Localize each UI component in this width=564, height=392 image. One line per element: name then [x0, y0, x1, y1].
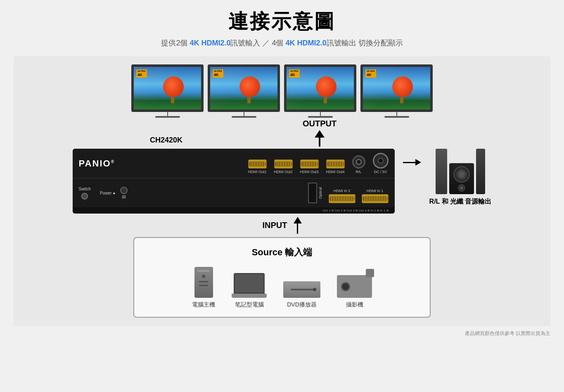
tv-row: ULTRA4K ULTRA4K	[26, 64, 538, 118]
page-container: 連接示意圖 提供2個 4K HDMI2.0訊號輸入 ／ 4個 4K HDMI2.…	[14, 8, 550, 337]
dc-inner	[378, 158, 384, 164]
hdmi-out2-port: HDMI Out2	[274, 159, 293, 174]
subwoofer-cone-large	[453, 166, 470, 183]
hdmi-out1-connector	[248, 159, 267, 169]
laptop-screen	[234, 273, 265, 294]
dc-port: DC / 5V	[373, 153, 389, 174]
hdmi-out4-connector	[326, 159, 345, 169]
tower-slot-2	[199, 285, 208, 286]
device-box: PANIO® HDMI Out1 HDMI Out2	[73, 149, 395, 214]
input-label: INPUT	[263, 221, 287, 230]
hdmi-in1-label-top: HDMI In 1	[367, 189, 384, 193]
hdmi-out3-port: HDMI Out3	[300, 159, 319, 174]
hdmi-out1-port: HDMI Out1	[248, 159, 267, 174]
device-top: PANIO® HDMI Out1 HDMI Out2	[73, 149, 395, 178]
ir-section: IR	[120, 187, 128, 200]
tv-tree-2	[235, 74, 264, 103]
tv-2: ULTRA4K	[208, 64, 280, 118]
4k-badge-2: ULTRA4K	[213, 69, 223, 78]
power-label: Power ●	[100, 191, 115, 195]
dvd-label: DVD播放器	[287, 301, 317, 309]
tower-stripe	[197, 270, 210, 272]
rl-inner	[356, 159, 362, 165]
device-wrapper: PANIO® HDMI Out1 HDMI Out2	[73, 149, 395, 214]
optical-label: Optical	[318, 187, 322, 199]
output-arrow-head	[315, 130, 325, 138]
camera-lens	[341, 282, 350, 291]
laptop-label: 笔記型電腦	[235, 301, 264, 309]
source-area: Source 輸入端 電腦主機	[26, 237, 538, 318]
tv-stand-leg-3	[320, 112, 321, 116]
footnote: 產品網頁顏色僅供參考 以實際出貨為主	[14, 330, 550, 337]
source-device-pc: 電腦主機	[192, 267, 215, 309]
subtitle-prefix: 提供2個	[161, 39, 190, 47]
source-devices: 電腦主機 笔記型電腦	[147, 267, 417, 309]
footnote-text: 產品網頁顏色僅供參考 以實際出貨為主	[465, 330, 550, 336]
input-arrow	[294, 217, 302, 234]
computer-tower-icon	[194, 267, 213, 298]
tv-stand-base-4	[384, 116, 409, 118]
camera-label: 攝影機	[346, 301, 363, 309]
device-bottom-right: Optical HDMI In 2 HDMI In 1	[306, 183, 389, 203]
panio-logo: PANIO®	[79, 158, 115, 169]
output-label: OUTPUT	[303, 119, 337, 128]
input-arrow-shaft	[297, 223, 298, 234]
subtitle-mid: 訊號輸入 ／ 4個	[230, 39, 285, 47]
hdmi-out2-label: HDMI Out2	[274, 170, 293, 174]
tv-screen-1: ULTRA4K	[131, 64, 204, 112]
output-arrow-shaft	[319, 138, 320, 147]
tv-stand-leg-2	[244, 112, 244, 116]
subtitle-suffix: 訊號輸出 切換分配顯示	[327, 39, 403, 47]
input-arrow-row: INPUT	[26, 217, 538, 234]
status-bar: Out 1 Out 2 Out 3 Out 4 In 2 In 1	[73, 207, 395, 214]
power-section: Power ●	[100, 191, 115, 195]
hdmi-out4-port: HDMI Out4	[326, 159, 345, 174]
hdmi-out2-connector	[274, 159, 293, 169]
4k-badge-4: ULTRA4K	[365, 69, 376, 78]
optical-port: Optical	[308, 183, 322, 203]
subtitle-hl1: 4K HDMI2.0	[190, 39, 230, 47]
speakers-image	[436, 149, 485, 194]
dvd-button	[313, 288, 316, 291]
model-label: CH2420K	[150, 136, 182, 145]
hdmi-in2-connector	[329, 194, 355, 203]
tower-slot-1	[199, 281, 208, 283]
ir-connector	[120, 187, 128, 194]
arrow-right-shaft	[403, 162, 415, 163]
switch-button[interactable]	[81, 193, 88, 200]
device-bottom: Switch Power ● IR	[73, 178, 395, 207]
tv-screen-3: ULTRA4K	[284, 64, 356, 112]
dc-label: DC / 5V	[374, 170, 387, 174]
hdmi-in1-section: HDMI In 1	[362, 189, 389, 203]
camera-handle	[366, 269, 374, 277]
device-top-ports: HDMI Out1 HDMI Out2 HDMI Out3	[248, 153, 389, 174]
arrow-to-speaker	[403, 159, 421, 166]
subtitle: 提供2個 4K HDMI2.0訊號輸入 ／ 4個 4K HDMI2.0訊號輸出 …	[14, 38, 550, 48]
tv-stand-base-3	[308, 116, 333, 118]
source-title: Source 輸入端	[147, 246, 417, 259]
source-device-dvd: DVD播放器	[283, 281, 320, 309]
ir-label: IR	[122, 195, 126, 200]
switch-section: Switch	[79, 187, 91, 200]
hdmi-in2-section: HDMI In 2	[329, 189, 355, 203]
tv-stand-leg-4	[396, 112, 397, 116]
dvd-icon	[283, 281, 320, 298]
tv-stand-base-2	[232, 116, 256, 118]
speaker-right	[476, 149, 485, 194]
laptop-base	[232, 294, 267, 298]
hdmi-out4-label: HDMI Out4	[326, 170, 345, 174]
laptop-icon	[232, 273, 267, 298]
speaker-section: R/L 和 光纖 音源輸出	[429, 149, 492, 206]
rl-label: R/L	[356, 170, 362, 174]
switch-label: Switch	[79, 187, 91, 191]
device-and-speaker-row: PANIO® HDMI Out1 HDMI Out2	[26, 149, 538, 214]
tower-button	[201, 274, 206, 279]
pc-label: 電腦主機	[192, 301, 215, 309]
tv-1: ULTRA4K	[131, 64, 204, 118]
tv-4: ULTRA4K	[360, 64, 433, 118]
subwoofer-cone-small	[458, 184, 465, 192]
arrow-right-head	[415, 159, 421, 166]
hdmi-out3-label: HDMI Out3	[300, 170, 319, 174]
input-arrow-head	[294, 217, 302, 223]
source-device-camera: 攝影機	[337, 275, 372, 309]
